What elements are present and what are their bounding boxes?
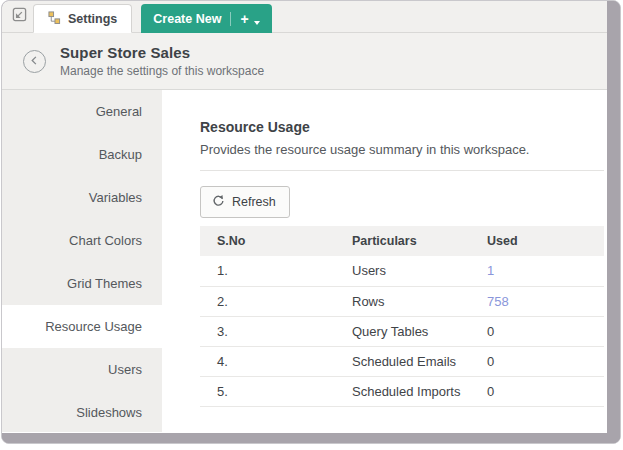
table-row: 3. Query Tables 0 bbox=[200, 316, 604, 346]
settings-sidebar: General Backup Variables Chart Colors Gr… bbox=[2, 90, 162, 432]
chevron-left-icon bbox=[29, 52, 40, 70]
column-header-particulars: Particulars bbox=[352, 226, 487, 256]
chevron-down-icon bbox=[254, 21, 260, 25]
resource-usage-panel: Resource Usage Provides the resource usa… bbox=[162, 90, 607, 432]
cell-used: 758 bbox=[487, 286, 604, 316]
app-window: Settings Create New + bbox=[1, 0, 621, 444]
tab-settings-label: Settings bbox=[68, 12, 117, 26]
refresh-button[interactable]: Refresh bbox=[200, 186, 290, 218]
window-frame-bottom bbox=[2, 433, 620, 443]
cell-sno: 3. bbox=[200, 316, 352, 346]
cell-sno: 2. bbox=[200, 286, 352, 316]
sidebar-item-chart-colors[interactable]: Chart Colors bbox=[2, 219, 162, 262]
cell-particulars: Users bbox=[352, 256, 487, 286]
refresh-icon bbox=[212, 193, 225, 211]
collapse-window-button[interactable] bbox=[9, 6, 29, 26]
cell-used: 0 bbox=[487, 316, 604, 346]
sidebar-item-variables[interactable]: Variables bbox=[2, 176, 162, 219]
back-button[interactable] bbox=[23, 50, 46, 73]
collapse-icon bbox=[12, 7, 27, 26]
workspace-subtitle: Manage the settings of this workspace bbox=[60, 64, 264, 78]
cell-sno: 4. bbox=[200, 346, 352, 376]
tab-settings[interactable]: Settings bbox=[33, 4, 132, 33]
tab-bar: Settings Create New + bbox=[2, 1, 607, 33]
settings-body: General Backup Variables Chart Colors Gr… bbox=[2, 90, 607, 432]
page-description: Provides the resource usage summary in t… bbox=[200, 142, 604, 157]
table-row: 4. Scheduled Emails 0 bbox=[200, 346, 604, 376]
workspace-hierarchy-icon bbox=[48, 10, 61, 28]
resource-usage-table: S.No Particulars Used 1. Users 1 bbox=[200, 226, 604, 407]
table-row: 1. Users 1 bbox=[200, 256, 604, 286]
cell-particulars: Query Tables bbox=[352, 316, 487, 346]
create-new-label: Create New bbox=[153, 12, 221, 26]
sidebar-item-general[interactable]: General bbox=[2, 90, 162, 133]
create-new-button[interactable]: Create New + bbox=[141, 4, 271, 33]
column-header-sno: S.No bbox=[200, 226, 352, 256]
refresh-label: Refresh bbox=[232, 195, 276, 209]
table-header-row: S.No Particulars Used bbox=[200, 226, 604, 256]
cell-used: 1 bbox=[487, 256, 604, 286]
sidebar-item-users[interactable]: Users bbox=[2, 348, 162, 391]
cell-used: 0 bbox=[487, 376, 604, 406]
cell-particulars: Scheduled Emails bbox=[352, 346, 487, 376]
page-title: Resource Usage bbox=[200, 119, 604, 135]
window-frame-right bbox=[607, 1, 620, 443]
workspace-title: Super Store Sales bbox=[60, 44, 264, 61]
section-divider bbox=[200, 170, 604, 171]
plus-icon: + bbox=[240, 12, 248, 26]
table-row: 5. Scheduled Imports 0 bbox=[200, 376, 604, 406]
sidebar-item-slideshows[interactable]: Slideshows bbox=[2, 391, 162, 433]
cell-sno: 5. bbox=[200, 376, 352, 406]
column-header-used: Used bbox=[487, 226, 604, 256]
cell-sno: 1. bbox=[200, 256, 352, 286]
used-value-link[interactable]: 1 bbox=[487, 263, 494, 278]
cell-particulars: Scheduled Imports bbox=[352, 376, 487, 406]
used-value-link[interactable]: 758 bbox=[487, 294, 509, 309]
cell-used: 0 bbox=[487, 346, 604, 376]
window-content: Settings Create New + bbox=[2, 1, 607, 433]
workspace-titles: Super Store Sales Manage the settings of… bbox=[60, 44, 264, 78]
screenshot-stage: Settings Create New + bbox=[0, 0, 623, 450]
sidebar-item-backup[interactable]: Backup bbox=[2, 133, 162, 176]
cell-particulars: Rows bbox=[352, 286, 487, 316]
table-row: 2. Rows 758 bbox=[200, 286, 604, 316]
workspace-header: Super Store Sales Manage the settings of… bbox=[2, 33, 607, 90]
sidebar-item-resource-usage[interactable]: Resource Usage bbox=[2, 305, 162, 348]
create-new-separator bbox=[230, 12, 231, 26]
sidebar-item-grid-themes[interactable]: Grid Themes bbox=[2, 262, 162, 305]
